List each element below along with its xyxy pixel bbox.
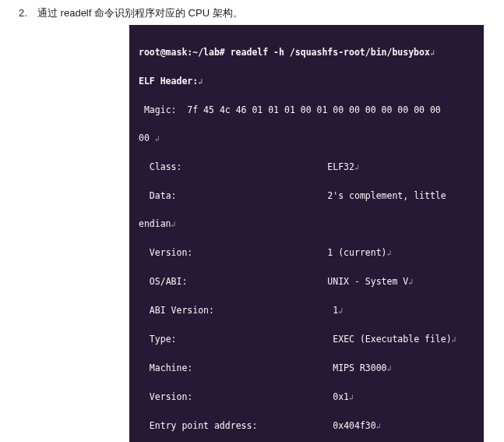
osabi-value: UNIX - System V xyxy=(327,276,408,287)
type-value: EXEC (Executable file) xyxy=(333,334,451,345)
entry-label: Entry point address: xyxy=(150,420,257,431)
abiver-label: ABI Version: xyxy=(150,305,214,316)
instruction-row: 2. 通过 readelf 命令识别程序对应的 CPU 架构。 xyxy=(0,0,504,25)
newline-icon: ↲ xyxy=(387,249,392,257)
newline-icon: ↲ xyxy=(408,278,413,286)
magic-value: 7f 45 4c 46 01 01 01 00 01 00 00 00 00 0… xyxy=(187,104,440,115)
type-label: Type: xyxy=(150,334,177,345)
newline-icon: ↲ xyxy=(338,306,343,315)
version-label: Version: xyxy=(150,247,192,258)
endian-tail: endian xyxy=(139,218,171,229)
entry-value: 0x404f30 xyxy=(333,420,375,431)
data-label: Data: xyxy=(150,190,177,201)
terminal-output: root@mask:~/lab# readelf -h /squashfs-ro… xyxy=(129,25,484,442)
magic-tail: 00 xyxy=(139,133,150,143)
newline-icon: ↲ xyxy=(349,393,354,401)
newline-icon: ↲ xyxy=(387,364,392,373)
machine-label: Machine: xyxy=(150,362,192,373)
version-value: 1 (current) xyxy=(327,247,386,258)
class-label: Class: xyxy=(150,161,182,172)
versionhex-value: 0x1 xyxy=(333,391,349,402)
newline-icon: ↲ xyxy=(452,335,456,344)
list-number: 2. xyxy=(19,7,37,19)
terminal-prompt: root@mask:~/lab# readelf -h /squashfs-ro… xyxy=(139,47,430,58)
newline-icon: ↲ xyxy=(430,48,435,57)
newline-icon: ↲ xyxy=(354,163,359,171)
class-value: ELF32 xyxy=(327,161,354,172)
elf-header-label: ELF Header: xyxy=(139,76,198,87)
machine-value: MIPS R3000 xyxy=(333,362,386,373)
versionhex-label: Version: xyxy=(150,391,192,402)
instruction-text: 通过 readelf 命令识别程序对应的 CPU 架构。 xyxy=(37,6,243,20)
newline-icon: ↲ xyxy=(376,422,381,430)
newline-icon: ↲ xyxy=(155,134,160,143)
osabi-label: OS/ABI: xyxy=(150,276,187,287)
newline-icon: ↲ xyxy=(171,220,176,228)
magic-label: Magic: xyxy=(144,104,177,115)
data-value: 2's complement, little xyxy=(327,190,446,201)
newline-icon: ↲ xyxy=(198,77,203,86)
